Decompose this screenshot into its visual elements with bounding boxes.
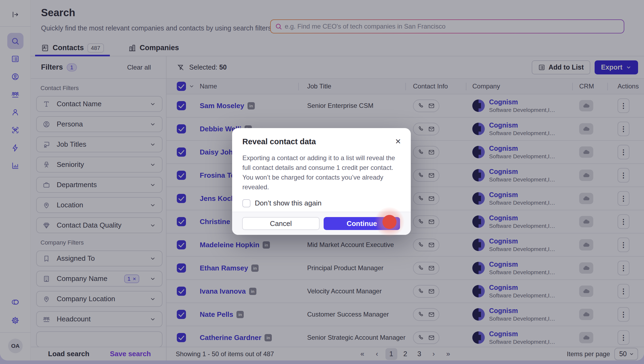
modal-body-line2: You won’t be charged for contacts you’ve… bbox=[242, 173, 401, 192]
close-icon[interactable]: ✕ bbox=[395, 138, 401, 145]
cancel-button[interactable]: Cancel bbox=[242, 217, 320, 230]
modal-body-line1: Exporting a contact or adding it to a li… bbox=[242, 153, 401, 173]
dont-show-again-label: Don’t show this again bbox=[255, 199, 321, 207]
reveal-contact-data-modal: Reveal contact data ✕ Exporting a contac… bbox=[232, 128, 411, 235]
continue-button[interactable]: Continue bbox=[324, 217, 400, 230]
dont-show-again-checkbox[interactable] bbox=[242, 199, 250, 207]
modal-title: Reveal contact data bbox=[242, 137, 395, 146]
